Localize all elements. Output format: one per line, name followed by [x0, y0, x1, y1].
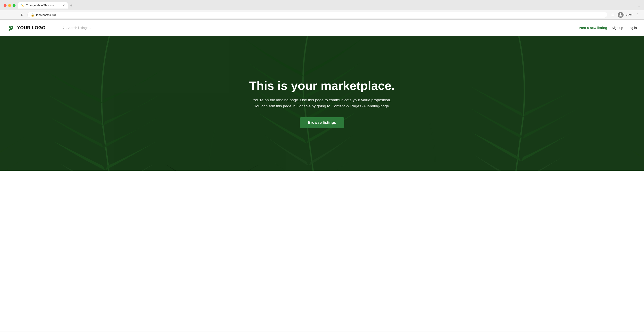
guest-avatar	[618, 12, 624, 18]
app-window: YOUR LOGO Post a new listing Sign up Log…	[0, 20, 644, 332]
window-dropdown[interactable]: ⌄	[638, 4, 640, 8]
hero-subtitle-line1: You're on the landing page. Use this pag…	[253, 98, 391, 102]
hero-content: This is your marketplace. You're on the …	[244, 78, 400, 128]
guest-label: Guest	[624, 13, 632, 16]
security-icon: 🔒	[31, 13, 34, 16]
active-tab[interactable]: ✏️ Change Me – This is your mar ✕	[18, 2, 68, 8]
traffic-lights	[4, 4, 16, 7]
app-nav: YOUR LOGO Post a new listing Sign up Log…	[0, 20, 644, 36]
login-link[interactable]: Log in	[628, 26, 637, 30]
browser-chrome: ✏️ Change Me – This is your mar ✕ + ⌄ ← …	[0, 0, 644, 20]
logo-icon	[7, 24, 15, 32]
tab-favicon: ✏️	[20, 4, 24, 7]
more-options-button[interactable]: ⋮	[634, 12, 640, 18]
new-tab-button[interactable]: +	[68, 3, 74, 8]
search-input[interactable]	[66, 26, 575, 30]
window-controls: ⌄	[638, 3, 640, 8]
browser-controls: ← → ↻ 🔒 localhost:3000 ⊞ Guest ⋮	[0, 10, 644, 20]
svg-line-2	[63, 28, 64, 29]
logo-link[interactable]: YOUR LOGO	[7, 24, 51, 32]
address-bar[interactable]: 🔒 localhost:3000	[28, 12, 607, 18]
hero-subtitle: You're on the landing page. Use this pag…	[249, 97, 395, 109]
url-display: localhost:3000	[36, 13, 604, 16]
search-icon	[60, 25, 64, 30]
tab-close-button[interactable]: ✕	[62, 4, 65, 7]
hero-section: This is your marketplace. You're on the …	[0, 36, 644, 171]
close-button[interactable]	[4, 4, 6, 7]
forward-button[interactable]: →	[11, 12, 18, 18]
signup-link[interactable]: Sign up	[612, 26, 623, 30]
browser-action-buttons: ⊞ Guest ⋮	[610, 12, 640, 18]
nav-search-container	[57, 25, 579, 30]
guest-profile-button[interactable]: Guest	[618, 12, 632, 18]
logo-text: YOUR LOGO	[17, 25, 46, 30]
split-view-button[interactable]: ⊞	[610, 12, 616, 18]
browse-listings-button[interactable]: Browse listings	[300, 117, 344, 128]
refresh-button[interactable]: ↻	[19, 12, 25, 18]
minimize-button[interactable]	[8, 4, 11, 7]
tab-title: Change Me – This is your mar	[26, 4, 60, 7]
browser-nav-buttons: ← → ↻	[4, 12, 25, 18]
nav-actions: Post a new listing Sign up Log in	[579, 26, 637, 30]
browser-tabs: ✏️ Change Me – This is your mar ✕ +	[18, 2, 635, 8]
maximize-button[interactable]	[12, 4, 16, 7]
post-listing-link[interactable]: Post a new listing	[579, 26, 607, 30]
back-button[interactable]: ←	[4, 12, 10, 18]
hero-subtitle-line2: You can edit this page in Console by goi…	[254, 104, 390, 108]
hero-title: This is your marketplace.	[249, 78, 395, 92]
browser-titlebar: ✏️ Change Me – This is your mar ✕ + ⌄	[0, 0, 644, 10]
